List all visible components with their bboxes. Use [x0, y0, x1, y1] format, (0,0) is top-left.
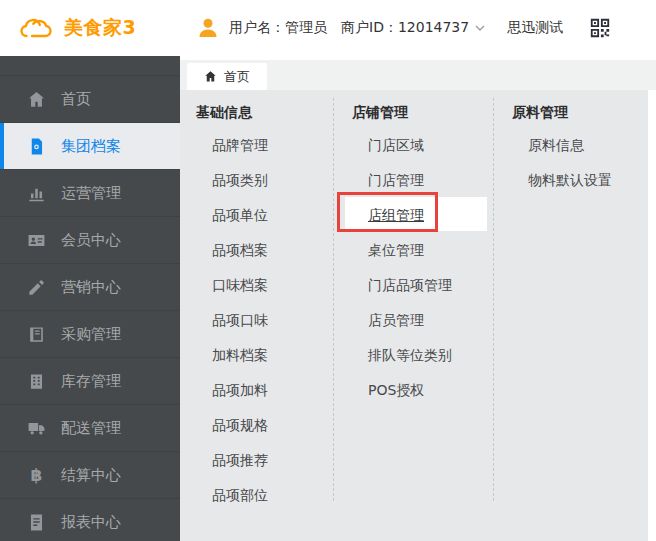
report-icon [27, 513, 46, 532]
menu-item[interactable]: 店组管理 [368, 198, 452, 233]
menu-item[interactable]: 品项部位 [212, 478, 268, 513]
menu-column-title: 原料管理 [512, 103, 612, 121]
home-icon [27, 90, 46, 109]
menu-item[interactable]: 品项单位 [212, 198, 268, 233]
cloud-logo-icon [18, 15, 55, 42]
user-avatar-icon [196, 16, 220, 40]
sidebar-item[interactable]: 库存管理 [0, 357, 180, 404]
sidebar-item[interactable]: 报表中心 [0, 498, 180, 541]
tab-bar: 首页 [180, 60, 656, 90]
user-area: 用户名：管理员 商户ID：12014737 思迅测试 [196, 16, 611, 40]
environment-name: 思迅测试 [507, 19, 563, 37]
app-logo: 美食家3 [0, 15, 178, 42]
column-divider [493, 98, 494, 501]
member-card-icon [27, 231, 46, 250]
sidebar-item-label: 会员中心 [61, 231, 121, 250]
sidebar-item-label: 营销中心 [61, 278, 121, 297]
sidebar-item[interactable]: 首页 [0, 75, 180, 122]
menu-item[interactable]: 口味档案 [212, 268, 268, 303]
menu-item[interactable]: 品项口味 [212, 303, 268, 338]
sidebar-item-label: 结算中心 [61, 466, 121, 485]
sidebar-menu: 首页集团档案运营管理会员中心营销中心采购管理库存管理配送管理฿结算中心报表中心 [0, 75, 180, 541]
menu-column-material-management: 原料管理 原料信息物料默认设置 [512, 103, 612, 198]
bar-chart-icon [27, 184, 46, 203]
menu-column-basic-info: 基础信息 品牌管理品项类别品项单位品项档案口味档案品项口味加料档案品项加料品项规… [196, 103, 268, 513]
sidebar-item[interactable]: 营销中心 [0, 263, 180, 310]
currency-icon: ฿ [27, 466, 46, 485]
menu-column-items: 门店区域门店管理店组管理桌位管理门店品项管理店员管理排队等位类别POS授权 [352, 128, 452, 408]
sidebar-item[interactable]: 运营管理 [0, 169, 180, 216]
menu-item[interactable]: 品项推荐 [212, 443, 268, 478]
sidebar-item[interactable]: 会员中心 [0, 216, 180, 263]
sidebar-item-label: 集团档案 [61, 137, 121, 156]
sidebar-item[interactable]: 配送管理 [0, 404, 180, 451]
menu-item[interactable]: 品牌管理 [212, 128, 268, 163]
sidebar-item[interactable]: 采购管理 [0, 310, 180, 357]
app-title: 美食家3 [64, 15, 136, 41]
edit-icon [27, 278, 46, 297]
home-icon [204, 70, 217, 83]
menu-item[interactable]: 加料档案 [212, 338, 268, 373]
menu-item[interactable]: 品项档案 [212, 233, 268, 268]
menu-item[interactable]: 门店品项管理 [368, 268, 452, 303]
menu-column-title: 基础信息 [196, 103, 268, 121]
truck-icon [27, 419, 46, 438]
merchant-id-text: 商户ID：12014737 [341, 19, 469, 37]
menu-item[interactable]: 门店管理 [368, 163, 452, 198]
tab-home[interactable]: 首页 [187, 63, 267, 90]
menu-item[interactable]: 排队等位类别 [368, 338, 452, 373]
main-content: 首页 基础信息 品牌管理品项类别品项单位品项档案口味档案品项口味加料档案品项加料… [180, 56, 656, 541]
sidebar-nav: 首页集团档案运营管理会员中心营销中心采购管理库存管理配送管理฿结算中心报表中心 [0, 56, 180, 541]
sidebar-item-label: 报表中心 [61, 513, 121, 532]
sidebar-item-label: 运营管理 [61, 184, 121, 203]
book-icon [27, 325, 46, 344]
sidebar-item-label: 库存管理 [61, 372, 121, 391]
merchant-id-dropdown[interactable]: 商户ID：12014737 [341, 19, 485, 37]
mega-menu-panel: 基础信息 品牌管理品项类别品项单位品项档案口味档案品项口味加料档案品项加料品项规… [180, 90, 648, 541]
menu-column-store-management: 店铺管理 门店区域门店管理店组管理桌位管理门店品项管理店员管理排队等位类别POS… [352, 103, 452, 408]
app-body: 首页集团档案运营管理会员中心营销中心采购管理库存管理配送管理฿结算中心报表中心 … [0, 56, 656, 541]
warehouse-icon [27, 372, 46, 391]
sidebar-item-label: 配送管理 [61, 419, 121, 438]
username-text: 用户名：管理员 [229, 19, 327, 37]
menu-column-items: 品牌管理品项类别品项单位品项档案口味档案品项口味加料档案品项加料品项规格品项推荐… [196, 128, 268, 513]
menu-item[interactable]: 原料信息 [528, 128, 612, 163]
menu-item[interactable]: 店员管理 [368, 303, 452, 338]
menu-item[interactable]: 品项加料 [212, 373, 268, 408]
menu-item[interactable]: 品项类别 [212, 163, 268, 198]
menu-item[interactable]: 桌位管理 [368, 233, 452, 268]
sidebar-item-label: 首页 [61, 90, 91, 109]
menu-column-title: 店铺管理 [352, 103, 452, 121]
qr-code-icon[interactable] [589, 17, 611, 39]
app-header: 美食家3 用户名：管理员 商户ID：12014737 思迅测试 [0, 0, 656, 56]
chevron-down-icon [475, 25, 485, 31]
tab-label: 首页 [224, 68, 250, 86]
menu-item[interactable]: 门店区域 [368, 128, 452, 163]
menu-item[interactable]: 物料默认设置 [528, 163, 612, 198]
sidebar-item[interactable]: ฿结算中心 [0, 451, 180, 498]
sidebar-item-label: 采购管理 [61, 325, 121, 344]
menu-item[interactable]: 品项规格 [212, 408, 268, 443]
menu-column-items: 原料信息物料默认设置 [512, 128, 612, 198]
menu-item[interactable]: POS授权 [368, 373, 452, 408]
column-divider [333, 98, 334, 501]
sidebar-item[interactable]: 集团档案 [0, 122, 180, 169]
archive-icon [27, 137, 46, 156]
